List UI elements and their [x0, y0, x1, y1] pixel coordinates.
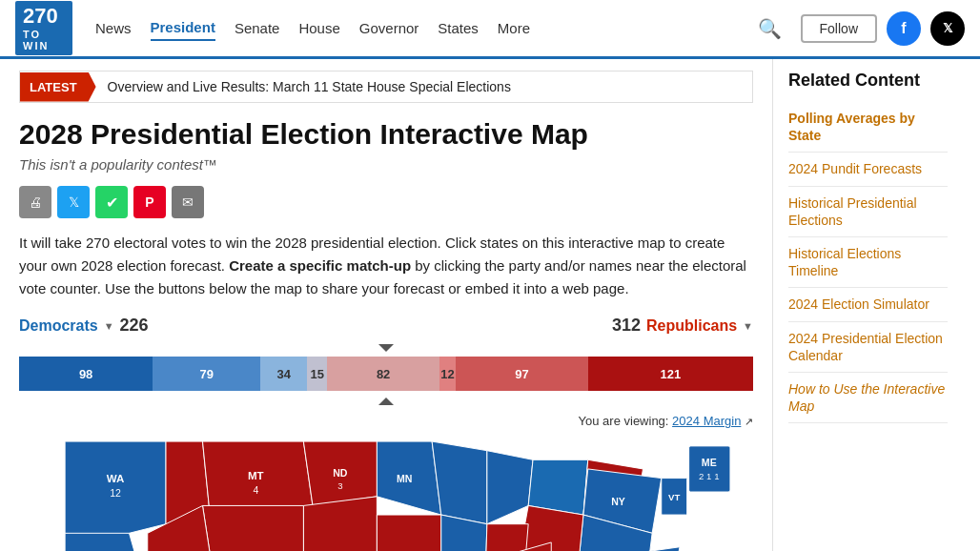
main-content: LATEST Overview and Live Results: March … [0, 59, 772, 551]
svg-text:3: 3 [337, 480, 342, 491]
bar-rep-lean[interactable]: 12 [439, 357, 456, 391]
nav-governor[interactable]: Governor [359, 16, 419, 40]
svg-marker-51 [647, 547, 680, 551]
electoral-bar-wrap: 98 79 34 15 82 12 97 121 [19, 339, 753, 408]
sidebar-link-calendar[interactable]: 2024 Presidential Election Calendar [788, 322, 948, 373]
viewing-prefix: You are viewing: [579, 414, 669, 428]
dem-dropdown-arrow[interactable]: ▼ [104, 320, 114, 332]
us-map[interactable]: WA 12 OR MT 4 ND 3 MN [19, 432, 753, 551]
republicans-label[interactable]: Republicans [646, 317, 737, 335]
page-subtitle: This isn't a popularity contest™ [19, 156, 753, 173]
latest-text: Overview and Live Results: March 11 Stat… [96, 71, 522, 102]
share-twitter-button[interactable]: 𝕏 [57, 186, 90, 218]
svg-text:VT: VT [668, 492, 680, 502]
navigation: 270 TO WIN News President Senate House G… [0, 0, 980, 59]
nav-states[interactable]: States [438, 16, 479, 40]
nav-senate[interactable]: Senate [235, 16, 280, 40]
viewing-link[interactable]: 2024 Margin [672, 414, 741, 428]
svg-marker-27 [303, 497, 377, 551]
nav-president[interactable]: President [151, 15, 215, 41]
facebook-button[interactable]: f [887, 11, 921, 46]
electoral-header: Democrats ▼ 226 312 Republicans ▼ [19, 316, 753, 336]
svg-text:12: 12 [110, 487, 121, 499]
cta-text: Create a specific match-up [229, 257, 411, 274]
search-icon[interactable]: 🔍 [758, 17, 782, 40]
bar-dem-likely[interactable]: 79 [153, 357, 260, 391]
sidebar-link-polling[interactable]: Polling Averages by State [788, 102, 948, 153]
share-buttons: 🖨 𝕏 ✔ P ✉ [19, 186, 753, 218]
share-pinterest-button[interactable]: P [133, 186, 166, 218]
svg-text:MT: MT [248, 470, 264, 481]
rep-count: 312 [612, 316, 641, 336]
bar-tossup-dem[interactable]: 15 [307, 357, 327, 391]
electoral-bar: 98 79 34 15 82 12 97 121 [19, 357, 753, 391]
svg-rect-18 [689, 446, 730, 492]
dem-header: Democrats ▼ 226 [19, 316, 149, 336]
nav-news[interactable]: News [95, 16, 132, 40]
svg-text:WA: WA [107, 473, 125, 484]
sidebar-links: Polling Averages by State 2024 Pundit Fo… [788, 102, 948, 423]
follow-button[interactable]: Follow [801, 14, 877, 43]
sidebar-link-hist-timeline[interactable]: Historical Elections Timeline [788, 237, 948, 288]
svg-text:ND: ND [333, 467, 348, 479]
sidebar-link-howto[interactable]: How to Use the Interactive Map [788, 373, 948, 423]
svg-marker-15 [487, 451, 533, 524]
center-arrow-down [378, 344, 394, 352]
svg-marker-39 [485, 524, 528, 551]
svg-text:MN: MN [397, 473, 412, 484]
bar-rep-likely[interactable]: 97 [456, 357, 588, 391]
nav-more[interactable]: More [498, 16, 530, 40]
rep-dropdown-arrow[interactable]: ▼ [743, 320, 753, 332]
nav-links: News President Senate House Governor Sta… [95, 15, 758, 41]
external-link-icon: ↗ [745, 416, 753, 427]
bar-tossup-rep[interactable]: 82 [327, 357, 439, 391]
share-print-button[interactable]: 🖨 [19, 186, 51, 218]
twitter-x-button[interactable]: 𝕏 [930, 11, 965, 46]
svg-text:NY: NY [611, 496, 625, 507]
svg-text:2 1 1: 2 1 1 [699, 471, 719, 481]
bar-dem-lean[interactable]: 34 [260, 357, 307, 391]
sidebar-title: Related Content [788, 71, 948, 91]
dem-count: 226 [120, 316, 149, 336]
map-area[interactable]: WA 12 OR MT 4 ND 3 MN [19, 432, 753, 551]
rep-header: 312 Republicans ▼ [612, 316, 753, 336]
site-logo[interactable]: 270 TO WIN [15, 1, 72, 54]
svg-text:4: 4 [253, 484, 258, 496]
sidebar-link-hist-pres[interactable]: Historical Presidential Elections [788, 187, 948, 237]
sidebar-link-simulator[interactable]: 2024 Election Simulator [788, 288, 948, 321]
bar-rep-safe[interactable]: 121 [588, 357, 753, 391]
nav-right: 🔍 Follow f 𝕏 [758, 11, 965, 46]
latest-tag: LATEST [20, 72, 96, 102]
page-wrap: LATEST Overview and Live Results: March … [0, 59, 980, 551]
latest-bar[interactable]: LATEST Overview and Live Results: March … [19, 71, 753, 103]
center-arrow-up [378, 398, 394, 405]
viewing-row: You are viewing: 2024 Margin ↗ [19, 414, 753, 428]
democrats-label[interactable]: Democrats [19, 317, 98, 335]
svg-marker-16 [528, 459, 588, 515]
bar-dem-safe[interactable]: 98 [19, 357, 153, 391]
sidebar-link-pundit[interactable]: 2024 Pundit Forecasts [788, 153, 948, 186]
svg-marker-30 [203, 505, 304, 551]
share-email-button[interactable]: ✉ [172, 186, 204, 218]
page-title: 2028 Presidential Election Interactive M… [19, 118, 753, 151]
share-whatsapp-button[interactable]: ✔ [95, 186, 128, 218]
svg-marker-3 [65, 533, 148, 551]
sidebar: Related Content Polling Averages by Stat… [772, 59, 963, 551]
nav-house[interactable]: House [298, 16, 339, 40]
description: It will take 270 electoral votes to win … [19, 232, 753, 300]
svg-marker-37 [377, 515, 440, 551]
svg-text:ME: ME [702, 457, 717, 468]
